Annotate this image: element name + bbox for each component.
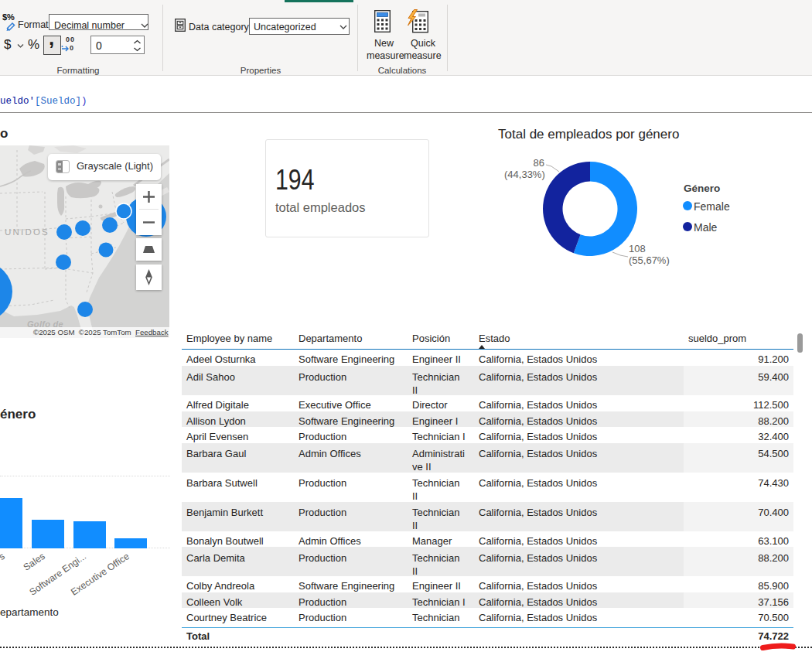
svg-text:UNIDOS: UNIDOS [5, 227, 49, 237]
svg-text:©2025 OSM ©2025 TomTom Feedb: ©2025 OSM ©2025 TomTom Feedback [33, 328, 169, 336]
